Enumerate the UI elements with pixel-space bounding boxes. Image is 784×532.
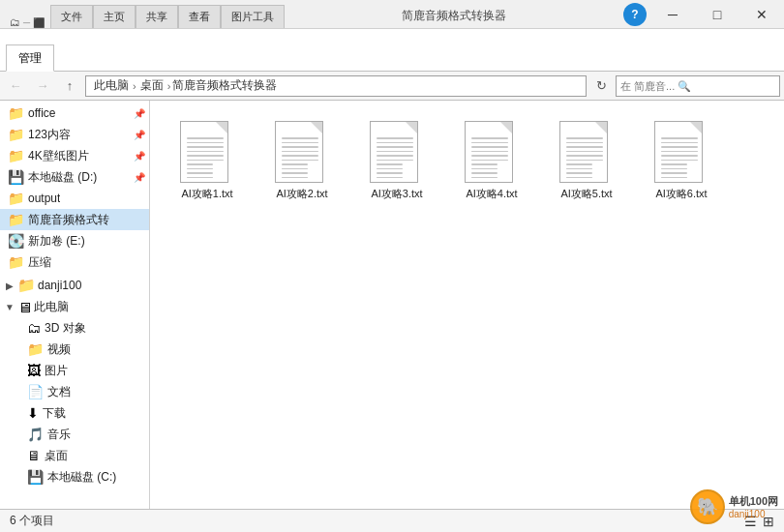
ribbon-tab-share[interactable]: 共享	[136, 5, 178, 28]
txt-file-icon	[370, 117, 424, 183]
file-name: AI攻略5.txt	[560, 187, 612, 200]
address-path[interactable]: 此电脑 › 桌面 › 简鹿音频格式转换器	[85, 75, 587, 97]
up-button[interactable]: ↑	[58, 74, 81, 98]
drive-icon: 💾	[8, 169, 24, 185]
video-folder-icon: 📁	[27, 341, 44, 357]
folder-icon: 📁	[8, 127, 24, 142]
sidebar-child-label: 3D 对象	[45, 320, 86, 337]
sidebar-item-label: office	[28, 106, 55, 120]
txt-file-icon	[275, 117, 329, 183]
file-name: AI攻略2.txt	[276, 187, 327, 200]
sidebar-item-label: 压缩	[28, 254, 51, 271]
sidebar-item-drive-d[interactable]: 💾 本地磁盘 (D:) 📌	[0, 166, 149, 188]
folder-icon: 📁	[8, 105, 24, 121]
file-area: AI攻略1.txtAI攻略2.txtAI攻略3.txtAI攻略4.txtAI攻略…	[150, 101, 784, 509]
downloads-folder-icon: ⬇	[27, 405, 39, 421]
sidebar-item-4k[interactable]: 📁 4K壁纸图片 📌	[0, 145, 149, 166]
ribbon-tab-home[interactable]: 主页	[93, 5, 136, 28]
minimize-button[interactable]: ─	[650, 0, 695, 29]
expand-arrow-icon: ▼	[4, 302, 15, 312]
sidebar-item-drive-e[interactable]: 💽 新加卷 (E:)	[0, 230, 149, 251]
sidebar-item-downloads[interactable]: ⬇ 下载	[0, 402, 149, 424]
sidebar-item-video[interactable]: 📁 视频	[0, 339, 149, 360]
drive-c-icon: 💾	[27, 469, 44, 485]
watermark-icon: 🐘	[690, 489, 725, 524]
file-name: AI攻略4.txt	[466, 187, 517, 200]
sidebar-item-music[interactable]: 🎵 音乐	[0, 424, 149, 445]
ribbon-tab-picture-tools[interactable]: 图片工具	[221, 5, 285, 28]
sidebar-item-label: 本地磁盘 (D:)	[28, 169, 97, 186]
sidebar-item-drive-c[interactable]: 💾 本地磁盘 (C:)	[0, 466, 149, 488]
file-item[interactable]: AI攻略4.txt	[448, 110, 535, 205]
txt-file-icon	[654, 117, 709, 183]
sidebar-pc-children: 🗂 3D 对象 📁 视频 🖼 图片 📄 文档 ⬇ 下载 🎵 音乐	[0, 317, 149, 488]
sidebar-item-label: 简鹿音频格式转	[28, 212, 109, 228]
pc-icon: 🖥	[17, 299, 32, 315]
path-pc[interactable]: 此电脑	[92, 77, 131, 94]
sidebar-group-label: 此电脑	[34, 299, 69, 315]
ribbon-tabs: 管理	[4, 29, 56, 71]
folder-3d-icon: 🗂	[27, 320, 41, 336]
sidebar-item-label: 新加卷 (E:)	[28, 233, 85, 250]
forward-button[interactable]: →	[31, 74, 54, 98]
ribbon-tab-file[interactable]: 文件	[50, 5, 93, 28]
ribbon-manage-tab[interactable]: 管理	[6, 44, 54, 72]
window-controls: ─ □ ✕	[650, 0, 784, 29]
ribbon-tab-view[interactable]: 查看	[178, 5, 221, 28]
sidebar-item-office[interactable]: 📁 office 📌	[0, 103, 149, 124]
main-area: 📁 office 📌 📁 123内容 📌 📁 4K壁纸图片 📌 💾 本地磁盘 (…	[0, 101, 784, 509]
expand-arrow-icon: ▶	[4, 281, 15, 291]
search-input[interactable]	[620, 80, 775, 92]
path-desktop[interactable]: 桌面	[138, 77, 166, 94]
txt-file-icon	[465, 117, 519, 183]
docs-folder-icon: 📄	[27, 384, 44, 399]
txt-file-icon	[180, 117, 234, 183]
folder-icon: 📁	[8, 212, 24, 227]
file-item[interactable]: AI攻略1.txt	[164, 110, 251, 205]
folder-icon: 📁	[8, 191, 24, 206]
music-folder-icon: 🎵	[27, 427, 44, 442]
sidebar-item-123[interactable]: 📁 123内容 📌	[0, 124, 149, 145]
title-tabs: 🗂 ─ ⬛ 文件 主页 共享 查看 图片工具	[0, 0, 285, 28]
close-button[interactable]: ✕	[739, 0, 784, 29]
title-bar: 🗂 ─ ⬛ 文件 主页 共享 查看 图片工具 简鹿音频格式转换器 ? ─ □ ✕	[0, 0, 784, 29]
sidebar-child-label: 下载	[43, 405, 66, 422]
watermark-sub: danji100	[729, 509, 778, 519]
sidebar-child-label: 视频	[47, 341, 71, 358]
watermark-site: 单机100网	[729, 494, 778, 509]
sidebar-child-label: 本地磁盘 (C:)	[47, 469, 116, 486]
sidebar-item-output[interactable]: 📁 output	[0, 188, 149, 209]
sidebar-item-desktop[interactable]: 🖥 桌面	[0, 445, 149, 466]
ribbon: 管理	[0, 29, 784, 72]
sidebar-item-images[interactable]: 🖼 图片	[0, 360, 149, 381]
file-item[interactable]: AI攻略3.txt	[353, 110, 440, 205]
path-current: 简鹿音频格式转换器	[172, 77, 277, 94]
address-bar: ← → ↑ 此电脑 › 桌面 › 简鹿音频格式转换器 ↻	[0, 72, 784, 101]
file-item[interactable]: AI攻略5.txt	[543, 110, 630, 205]
sidebar-child-label: 文档	[47, 384, 71, 400]
sidebar-item-compress[interactable]: 📁 压缩	[0, 251, 149, 273]
refresh-button[interactable]: ↻	[590, 75, 612, 97]
folder-icon: 📁	[8, 254, 24, 270]
txt-file-icon	[559, 117, 614, 183]
status-bar: 6 个项目 ☰ ⊞	[0, 509, 784, 532]
sidebar-group-pc[interactable]: ▼ 🖥 此电脑	[0, 296, 149, 317]
sidebar-child-label: 图片	[45, 363, 68, 379]
sidebar-group-label: danji100	[38, 279, 81, 292]
back-button[interactable]: ←	[4, 74, 27, 98]
file-name: AI攻略3.txt	[371, 187, 422, 200]
help-button[interactable]: ?	[623, 3, 647, 26]
image-folder-icon: 🖼	[27, 363, 41, 378]
maximize-button[interactable]: □	[695, 0, 739, 29]
file-item[interactable]: AI攻略2.txt	[258, 110, 346, 205]
sidebar-item-docs[interactable]: 📄 文档	[0, 381, 149, 402]
watermark: 🐘 单机100网 danji100	[690, 489, 778, 524]
folder-icon: 📁	[17, 277, 36, 294]
sidebar-item-jianlv[interactable]: 📁 简鹿音频格式转	[0, 209, 149, 230]
sidebar-group-danji100[interactable]: ▶ 📁 danji100	[0, 275, 149, 296]
file-item[interactable]: AI攻略6.txt	[638, 110, 725, 205]
sidebar: 📁 office 📌 📁 123内容 📌 📁 4K壁纸图片 📌 💾 本地磁盘 (…	[0, 101, 150, 509]
search-box[interactable]	[616, 75, 780, 97]
folder-icon: 📁	[8, 148, 24, 163]
sidebar-item-3d[interactable]: 🗂 3D 对象	[0, 317, 149, 339]
